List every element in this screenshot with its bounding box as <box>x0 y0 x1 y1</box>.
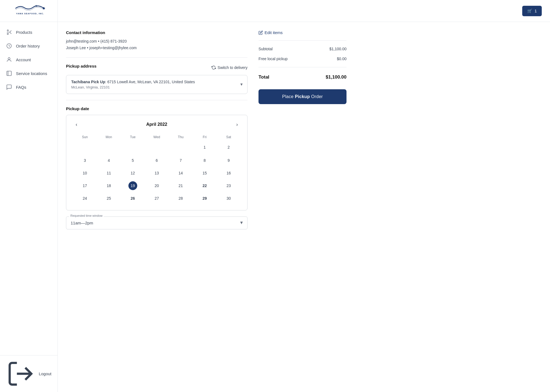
calendar-day[interactable]: 10 <box>73 167 97 179</box>
sidebar-order-history-label: Order history <box>16 44 40 48</box>
contact-line2: Joseph Lee • joseph+testing@jhylee.com <box>66 45 248 51</box>
sidebar: YAMA SEAFOOD, INC. Products Order histor… <box>0 0 58 392</box>
switch-delivery-icon <box>211 65 216 70</box>
calendar-day[interactable]: 26 <box>121 192 145 205</box>
total-label: Total <box>258 74 269 80</box>
calendar-next-button[interactable]: › <box>233 121 241 129</box>
time-window-select[interactable]: 11am—2pm 2pm—5pm 5pm—8pm <box>66 216 248 229</box>
pickup-address-detail: : 6715 Lowell Ave, McLean, VA 22101, Uni… <box>105 80 195 84</box>
calendar-header: ‹ April 2022 › <box>73 121 241 129</box>
calendar-day[interactable]: 23 <box>217 179 241 192</box>
address-chevron-icon: ▼ <box>240 82 243 87</box>
nav-menu: Products Order history Account <box>0 22 57 355</box>
edit-items-label: Edit items <box>265 30 283 35</box>
calendar-day[interactable]: 5 <box>121 154 145 167</box>
calendar-day <box>145 141 169 154</box>
calendar-day[interactable]: 17 <box>73 179 97 192</box>
pickup-fee-value: $0.00 <box>337 57 346 61</box>
calendar-day[interactable]: 13 <box>145 167 169 179</box>
calendar-day[interactable]: 27 <box>145 192 169 205</box>
calendar-day[interactable]: 18 <box>97 179 121 192</box>
clock-icon <box>6 43 12 49</box>
scissors-icon <box>6 29 12 35</box>
pickup-address-full: Tachibana Pick Up: 6715 Lowell Ave, McLe… <box>71 80 242 84</box>
calendar-day[interactable]: 12 <box>121 167 145 179</box>
calendar-day[interactable]: 14 <box>169 167 193 179</box>
chat-icon <box>6 84 12 90</box>
calendar-day[interactable]: 29 <box>193 192 217 205</box>
person-icon <box>6 57 12 63</box>
cal-header-fri: Fri <box>193 134 217 141</box>
time-window-label: Requested time window <box>69 214 104 217</box>
calendar-day[interactable]: 7 <box>169 154 193 167</box>
calendar-day[interactable]: 24 <box>73 192 97 205</box>
sidebar-faqs-label: FAQs <box>16 85 26 90</box>
top-bar: 🛒 1 <box>58 0 550 22</box>
total-value: $1,100.00 <box>326 74 346 80</box>
subtotal-value: $1,100.00 <box>329 47 346 51</box>
cart-button[interactable]: 🛒 1 <box>522 6 542 16</box>
calendar-day[interactable]: 20 <box>145 179 169 192</box>
edit-items-link[interactable]: Edit items <box>258 30 346 35</box>
logo: YAMA SEAFOOD, INC. <box>0 0 57 22</box>
time-window-wrapper: Requested time window 11am—2pm 2pm—5pm 5… <box>66 216 248 229</box>
calendar-day[interactable]: 11 <box>97 167 121 179</box>
sidebar-products-label: Products <box>16 30 32 35</box>
svg-text:YAMA SEAFOOD, INC.: YAMA SEAFOOD, INC. <box>16 12 44 15</box>
place-order-button[interactable]: Place Pickup Order <box>258 89 346 104</box>
calendar-day <box>97 141 121 154</box>
sidebar-item-faqs[interactable]: FAQs <box>0 80 57 94</box>
calendar-day[interactable]: 9 <box>217 154 241 167</box>
contact-line1: john@testing.com • (415) 871-3920 <box>66 38 248 45</box>
cal-header-tue: Tue <box>121 134 145 141</box>
calendar-day[interactable]: 6 <box>145 154 169 167</box>
switch-delivery-label: Switch to delivery <box>218 65 248 70</box>
calendar-day[interactable]: 15 <box>193 167 217 179</box>
pickup-address-section: Pickup address Switch to delivery Tachib… <box>66 64 248 94</box>
edit-icon <box>258 30 263 35</box>
calendar-day <box>169 141 193 154</box>
switch-to-delivery-button[interactable]: Switch to delivery <box>211 65 248 70</box>
sidebar-item-account[interactable]: Account <box>0 53 57 66</box>
sidebar-item-service-locations[interactable]: Service locations <box>0 66 57 80</box>
pickup-header: Pickup address Switch to delivery <box>66 64 248 72</box>
book-icon <box>6 70 12 76</box>
main-content: 🛒 1 Contact information john@testing.com… <box>58 0 550 392</box>
logout-label: Logout <box>39 371 51 376</box>
calendar-month-title: April 2022 <box>146 122 167 127</box>
sidebar-account-label: Account <box>16 57 31 62</box>
contact-section: Contact information john@testing.com • (… <box>66 30 248 58</box>
summary-divider-1 <box>258 40 346 41</box>
cal-header-sun: Sun <box>73 134 97 141</box>
calendar-day[interactable]: 4 <box>97 154 121 167</box>
pickup-fee-row: Free local pickup $0.00 <box>258 54 346 64</box>
calendar-day[interactable]: 2 <box>217 141 241 154</box>
calendar-day[interactable]: 25 <box>97 192 121 205</box>
calendar-day[interactable]: 28 <box>169 192 193 205</box>
pickup-date-section: Pickup date ‹ April 2022 › Sun <box>66 106 248 229</box>
place-order-text: Place Pickup Order <box>282 94 323 99</box>
calendar-day[interactable]: 3 <box>73 154 97 167</box>
calendar-day[interactable]: 19 <box>121 179 145 192</box>
subtotal-row: Subtotal $1,100.00 <box>258 44 346 54</box>
calendar-day <box>121 141 145 154</box>
svg-rect-5 <box>7 71 12 76</box>
pickup-fee-label: Free local pickup <box>258 57 288 61</box>
calendar-day[interactable]: 22 <box>193 179 217 192</box>
pickup-address-sub: McLean, Virginia, 22101 <box>71 85 242 89</box>
calendar-day[interactable]: 1 <box>193 141 217 154</box>
sidebar-item-products[interactable]: Products <box>0 25 57 39</box>
calendar-day[interactable]: 16 <box>217 167 241 179</box>
calendar-prev-button[interactable]: ‹ <box>73 121 80 129</box>
cart-count: 1 <box>535 9 537 13</box>
contact-section-label: Contact information <box>66 30 248 35</box>
logout-button[interactable]: Logout <box>0 355 57 392</box>
summary-divider-2 <box>258 67 346 67</box>
calendar-day[interactable]: 30 <box>217 192 241 205</box>
calendar-day[interactable]: 21 <box>169 179 193 192</box>
pickup-address-box[interactable]: Tachibana Pick Up: 6715 Lowell Ave, McLe… <box>66 75 248 94</box>
sidebar-item-order-history[interactable]: Order history <box>0 39 57 53</box>
cal-header-wed: Wed <box>145 134 169 141</box>
cal-header-thu: Thu <box>169 134 193 141</box>
calendar-day[interactable]: 8 <box>193 154 217 167</box>
